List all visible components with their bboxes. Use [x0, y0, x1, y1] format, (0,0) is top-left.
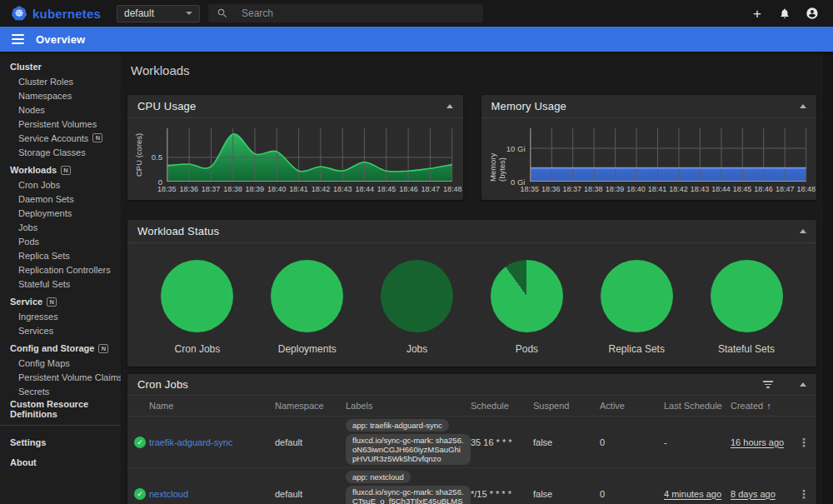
- pie-chart-stateful-sets: [711, 260, 783, 332]
- memory-area-chart: [530, 128, 807, 182]
- last-schedule-cell: -: [664, 437, 731, 447]
- x-tick-label: 18:44: [711, 185, 731, 193]
- scrollbar[interactable]: [823, 52, 833, 504]
- sidebar-item-ingresses[interactable]: Ingresses: [0, 309, 121, 323]
- created-value: 16 hours ago: [731, 437, 784, 447]
- sidebar-item-config-maps[interactable]: Config Maps: [0, 356, 121, 370]
- sidebar-item-persistent-volume-claims[interactable]: Persistent Volume Claims: [0, 370, 121, 384]
- sidebar-item-namespaces[interactable]: Namespaces: [0, 88, 121, 102]
- namespace-cell: default: [275, 437, 346, 447]
- sidebar-item-service-accounts[interactable]: Service AccountsN: [0, 131, 121, 145]
- cron-jobs-panel: Cron Jobs NameNamespaceLabelsScheduleSus…: [127, 374, 816, 504]
- pie-chart-label: Deployments: [278, 343, 337, 355]
- memory-usage-chart: Memory (bytes) 0 Gi10 Gi 18:3518:3618:37…: [481, 118, 817, 182]
- pie-chart-label: Jobs: [407, 343, 427, 355]
- namespace-selector[interactable]: default: [117, 5, 200, 22]
- x-tick-label: 18:40: [626, 185, 646, 193]
- sidebar-section-workloads[interactable]: WorkloadsN: [0, 162, 121, 177]
- sidebar-item-stateful-sets[interactable]: Stateful Sets: [0, 277, 121, 291]
- column-header-active[interactable]: Active: [600, 401, 664, 411]
- cron-jobs-header: Cron Jobs: [127, 374, 816, 396]
- kubernetes-brand[interactable]: ☸ kubernetes: [0, 6, 117, 21]
- workload-status-panel: Workload Status Cron JobsDeploymentsJobs…: [127, 220, 816, 367]
- sidebar-section-label: Custom Resource Definitions: [10, 399, 121, 419]
- x-tick-label: 18:40: [267, 185, 287, 193]
- created-cell: 16 hours ago: [731, 437, 793, 447]
- sidebar-item-label: Services: [18, 326, 53, 336]
- pie-chart-label: Cron Jobs: [175, 343, 221, 355]
- sidebar-item-cron-jobs[interactable]: Cron Jobs: [0, 177, 121, 192]
- sidebar-item-label: Service Accounts: [18, 133, 88, 143]
- column-header-name[interactable]: Name: [149, 401, 275, 411]
- collapse-icon[interactable]: [800, 382, 806, 387]
- sidebar-item-cluster-roles[interactable]: Cluster Roles: [0, 74, 121, 88]
- sidebar-item-label: Nodes: [18, 105, 45, 115]
- workload-status-deployments: Deployments: [255, 260, 359, 355]
- sidebar-item-deployments[interactable]: Deployments: [0, 206, 121, 220]
- column-header-schedule[interactable]: Schedule: [471, 401, 533, 411]
- column-header-namespace[interactable]: Namespace: [275, 401, 346, 411]
- row-menu-icon[interactable]: ⋮: [793, 487, 815, 501]
- cpu-x-ticks: 18:3518:3618:3718:3818:3918:4018:4118:42…: [157, 185, 462, 193]
- sidebar-item-daemon-sets[interactable]: Daemon Sets: [0, 192, 121, 206]
- page-title: Workloads: [131, 63, 813, 78]
- create-resource-icon[interactable]: +: [750, 6, 765, 21]
- sidebar-item-storage-classes[interactable]: Storage Classes: [0, 145, 121, 159]
- collapse-icon[interactable]: [446, 104, 453, 108]
- active-cell: 0: [600, 489, 664, 499]
- schedule-cell: 35 16 * * *: [471, 437, 533, 447]
- menu-icon[interactable]: [12, 34, 24, 44]
- sidebar-section-cluster[interactable]: Cluster: [0, 59, 121, 74]
- sidebar-item-label: Replication Controllers: [18, 265, 111, 275]
- sidebar-item-pods[interactable]: Pods: [0, 234, 121, 248]
- filter-icon[interactable]: [763, 381, 773, 388]
- sidebar-item-services[interactable]: Services: [0, 323, 121, 337]
- pie-chart-label: Pods: [516, 343, 538, 355]
- sidebar-section-config-and-storage[interactable]: Config and StorageN: [0, 341, 121, 356]
- row-menu-icon[interactable]: ⋮: [793, 436, 815, 449]
- memory-usage-panel-header: Memory Usage: [481, 95, 817, 118]
- sidebar-item-settings[interactable]: Settings: [0, 432, 121, 452]
- memory-y-axis-label: Memory (bytes): [488, 128, 506, 182]
- sidebar-item-replica-sets[interactable]: Replica Sets: [0, 248, 121, 262]
- sidebar-section-label: Workloads: [10, 165, 57, 175]
- sidebar-item-replication-controllers[interactable]: Replication Controllers: [0, 262, 121, 277]
- notifications-bell-icon[interactable]: [777, 6, 792, 21]
- cronjob-name-link[interactable]: nextcloud: [149, 489, 275, 499]
- collapse-icon[interactable]: [800, 229, 806, 233]
- sidebar-item-jobs[interactable]: Jobs: [0, 220, 121, 234]
- sidebar-item-label: Cluster Roles: [18, 77, 73, 87]
- x-tick-label: 18:48: [796, 185, 816, 193]
- collapse-icon[interactable]: [800, 104, 806, 108]
- column-header-suspend[interactable]: Suspend: [533, 401, 600, 411]
- sidebar-section-label: Cluster: [10, 62, 42, 72]
- status-ok-icon: ✓: [134, 488, 146, 500]
- sidebar-item-secrets[interactable]: Secrets: [0, 384, 121, 398]
- account-icon[interactable]: [805, 6, 820, 21]
- search-input[interactable]: [242, 7, 475, 19]
- sidebar-item-nodes[interactable]: Nodes: [0, 102, 121, 117]
- sidebar-item-persistent-volumes[interactable]: Persistent Volumes: [0, 117, 121, 131]
- sidebar-section-custom-resource-definitions[interactable]: Custom Resource Definitions: [0, 402, 121, 417]
- x-tick-label: 18:36: [179, 185, 198, 193]
- sidebar-section-service[interactable]: ServiceN: [0, 294, 121, 309]
- column-header-labels[interactable]: Labels: [346, 401, 471, 411]
- appbar: Overview: [0, 27, 833, 52]
- created-value: 8 days ago: [731, 489, 776, 499]
- x-tick-label: 18:48: [443, 185, 462, 193]
- pie-chart-cron-jobs: [161, 260, 233, 332]
- cronjob-name-link[interactable]: traefik-adguard-sync: [149, 437, 275, 447]
- kubernetes-logo-icon: ☸: [12, 6, 27, 21]
- workload-status-stateful-sets: Stateful Sets: [695, 260, 799, 355]
- labels-cell: app: traefik-adguard-syncfluxcd.io/sync-…: [346, 417, 471, 467]
- sidebar-item-about[interactable]: About: [0, 452, 121, 472]
- x-tick-label: 18:45: [377, 185, 397, 193]
- pie-chart-replica-sets: [601, 260, 673, 332]
- search-bar: [208, 4, 483, 22]
- last-schedule-value: 4 minutes ago: [664, 489, 721, 499]
- sidebar-item-label: Stateful Sets: [18, 279, 70, 289]
- sidebar-item-label: Replica Sets: [18, 251, 70, 261]
- sidebar-item-label: Persistent Volume Claims: [18, 372, 121, 382]
- column-header-created[interactable]: Created↑: [731, 401, 793, 411]
- column-header-last-schedule[interactable]: Last Schedule: [664, 401, 731, 411]
